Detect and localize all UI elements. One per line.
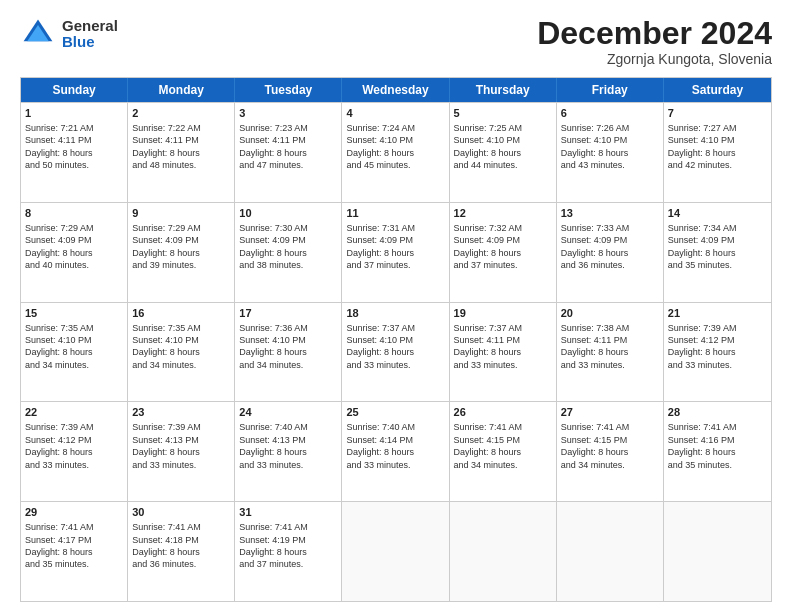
day-number: 5 — [454, 106, 552, 121]
cal-cell-empty — [557, 502, 664, 601]
cell-content: Sunrise: 7:41 AM Sunset: 4:15 PM Dayligh… — [454, 422, 523, 469]
cal-cell-5: 5Sunrise: 7:25 AM Sunset: 4:10 PM Daylig… — [450, 103, 557, 202]
cell-content: Sunrise: 7:41 AM Sunset: 4:19 PM Dayligh… — [239, 522, 308, 569]
day-number: 31 — [239, 505, 337, 520]
header-day-monday: Monday — [128, 78, 235, 102]
cell-content: Sunrise: 7:35 AM Sunset: 4:10 PM Dayligh… — [132, 323, 201, 370]
cell-content: Sunrise: 7:27 AM Sunset: 4:10 PM Dayligh… — [668, 123, 737, 170]
day-number: 8 — [25, 206, 123, 221]
day-number: 6 — [561, 106, 659, 121]
cell-content: Sunrise: 7:34 AM Sunset: 4:09 PM Dayligh… — [668, 223, 737, 270]
day-number: 14 — [668, 206, 767, 221]
cell-content: Sunrise: 7:31 AM Sunset: 4:09 PM Dayligh… — [346, 223, 415, 270]
header-day-thursday: Thursday — [450, 78, 557, 102]
cal-cell-25: 25Sunrise: 7:40 AM Sunset: 4:14 PM Dayli… — [342, 402, 449, 501]
cal-cell-empty — [450, 502, 557, 601]
cell-content: Sunrise: 7:37 AM Sunset: 4:10 PM Dayligh… — [346, 323, 415, 370]
day-number: 12 — [454, 206, 552, 221]
cell-content: Sunrise: 7:41 AM Sunset: 4:17 PM Dayligh… — [25, 522, 94, 569]
cell-content: Sunrise: 7:41 AM Sunset: 4:18 PM Dayligh… — [132, 522, 201, 569]
day-number: 21 — [668, 306, 767, 321]
cal-cell-23: 23Sunrise: 7:39 AM Sunset: 4:13 PM Dayli… — [128, 402, 235, 501]
cal-cell-11: 11Sunrise: 7:31 AM Sunset: 4:09 PM Dayli… — [342, 203, 449, 302]
day-number: 7 — [668, 106, 767, 121]
cal-cell-7: 7Sunrise: 7:27 AM Sunset: 4:10 PM Daylig… — [664, 103, 771, 202]
day-number: 13 — [561, 206, 659, 221]
day-number: 27 — [561, 405, 659, 420]
day-number: 28 — [668, 405, 767, 420]
header-day-tuesday: Tuesday — [235, 78, 342, 102]
calendar-header: SundayMondayTuesdayWednesdayThursdayFrid… — [21, 78, 771, 102]
header-day-friday: Friday — [557, 78, 664, 102]
header-day-wednesday: Wednesday — [342, 78, 449, 102]
logo: General Blue — [20, 16, 118, 52]
day-number: 22 — [25, 405, 123, 420]
day-number: 18 — [346, 306, 444, 321]
page: General Blue December 2024 Zgornja Kungo… — [0, 0, 792, 612]
calendar-row-4: 22Sunrise: 7:39 AM Sunset: 4:12 PM Dayli… — [21, 401, 771, 501]
cal-cell-24: 24Sunrise: 7:40 AM Sunset: 4:13 PM Dayli… — [235, 402, 342, 501]
cal-cell-30: 30Sunrise: 7:41 AM Sunset: 4:18 PM Dayli… — [128, 502, 235, 601]
cell-content: Sunrise: 7:29 AM Sunset: 4:09 PM Dayligh… — [132, 223, 201, 270]
cell-content: Sunrise: 7:39 AM Sunset: 4:13 PM Dayligh… — [132, 422, 201, 469]
cal-cell-3: 3Sunrise: 7:23 AM Sunset: 4:11 PM Daylig… — [235, 103, 342, 202]
cal-cell-1: 1Sunrise: 7:21 AM Sunset: 4:11 PM Daylig… — [21, 103, 128, 202]
logo-blue-label: Blue — [62, 34, 118, 51]
cal-cell-15: 15Sunrise: 7:35 AM Sunset: 4:10 PM Dayli… — [21, 303, 128, 402]
day-number: 3 — [239, 106, 337, 121]
calendar-row-5: 29Sunrise: 7:41 AM Sunset: 4:17 PM Dayli… — [21, 501, 771, 601]
day-number: 25 — [346, 405, 444, 420]
cell-content: Sunrise: 7:24 AM Sunset: 4:10 PM Dayligh… — [346, 123, 415, 170]
cell-content: Sunrise: 7:23 AM Sunset: 4:11 PM Dayligh… — [239, 123, 308, 170]
logo-text: General Blue — [62, 18, 118, 51]
day-number: 23 — [132, 405, 230, 420]
day-number: 19 — [454, 306, 552, 321]
day-number: 16 — [132, 306, 230, 321]
cell-content: Sunrise: 7:41 AM Sunset: 4:16 PM Dayligh… — [668, 422, 737, 469]
cal-cell-10: 10Sunrise: 7:30 AM Sunset: 4:09 PM Dayli… — [235, 203, 342, 302]
header-day-sunday: Sunday — [21, 78, 128, 102]
cal-cell-18: 18Sunrise: 7:37 AM Sunset: 4:10 PM Dayli… — [342, 303, 449, 402]
cal-cell-20: 20Sunrise: 7:38 AM Sunset: 4:11 PM Dayli… — [557, 303, 664, 402]
cell-content: Sunrise: 7:39 AM Sunset: 4:12 PM Dayligh… — [25, 422, 94, 469]
calendar-row-2: 8Sunrise: 7:29 AM Sunset: 4:09 PM Daylig… — [21, 202, 771, 302]
cell-content: Sunrise: 7:37 AM Sunset: 4:11 PM Dayligh… — [454, 323, 523, 370]
cell-content: Sunrise: 7:35 AM Sunset: 4:10 PM Dayligh… — [25, 323, 94, 370]
day-number: 24 — [239, 405, 337, 420]
cell-content: Sunrise: 7:26 AM Sunset: 4:10 PM Dayligh… — [561, 123, 630, 170]
cell-content: Sunrise: 7:36 AM Sunset: 4:10 PM Dayligh… — [239, 323, 308, 370]
day-number: 29 — [25, 505, 123, 520]
day-number: 20 — [561, 306, 659, 321]
cell-content: Sunrise: 7:22 AM Sunset: 4:11 PM Dayligh… — [132, 123, 201, 170]
cal-cell-21: 21Sunrise: 7:39 AM Sunset: 4:12 PM Dayli… — [664, 303, 771, 402]
calendar-row-1: 1Sunrise: 7:21 AM Sunset: 4:11 PM Daylig… — [21, 102, 771, 202]
cell-content: Sunrise: 7:41 AM Sunset: 4:15 PM Dayligh… — [561, 422, 630, 469]
cal-cell-13: 13Sunrise: 7:33 AM Sunset: 4:09 PM Dayli… — [557, 203, 664, 302]
cal-cell-empty — [342, 502, 449, 601]
logo-general-label: General — [62, 18, 118, 35]
cell-content: Sunrise: 7:30 AM Sunset: 4:09 PM Dayligh… — [239, 223, 308, 270]
logo-icon — [20, 16, 56, 52]
cal-cell-4: 4Sunrise: 7:24 AM Sunset: 4:10 PM Daylig… — [342, 103, 449, 202]
cal-cell-9: 9Sunrise: 7:29 AM Sunset: 4:09 PM Daylig… — [128, 203, 235, 302]
cell-content: Sunrise: 7:29 AM Sunset: 4:09 PM Dayligh… — [25, 223, 94, 270]
day-number: 9 — [132, 206, 230, 221]
header: General Blue December 2024 Zgornja Kungo… — [20, 16, 772, 67]
cell-content: Sunrise: 7:39 AM Sunset: 4:12 PM Dayligh… — [668, 323, 737, 370]
cal-cell-17: 17Sunrise: 7:36 AM Sunset: 4:10 PM Dayli… — [235, 303, 342, 402]
cal-cell-19: 19Sunrise: 7:37 AM Sunset: 4:11 PM Dayli… — [450, 303, 557, 402]
cal-cell-8: 8Sunrise: 7:29 AM Sunset: 4:09 PM Daylig… — [21, 203, 128, 302]
day-number: 4 — [346, 106, 444, 121]
cal-cell-31: 31Sunrise: 7:41 AM Sunset: 4:19 PM Dayli… — [235, 502, 342, 601]
cell-content: Sunrise: 7:25 AM Sunset: 4:10 PM Dayligh… — [454, 123, 523, 170]
cal-cell-28: 28Sunrise: 7:41 AM Sunset: 4:16 PM Dayli… — [664, 402, 771, 501]
day-number: 2 — [132, 106, 230, 121]
cell-content: Sunrise: 7:40 AM Sunset: 4:13 PM Dayligh… — [239, 422, 308, 469]
day-number: 26 — [454, 405, 552, 420]
cal-cell-14: 14Sunrise: 7:34 AM Sunset: 4:09 PM Dayli… — [664, 203, 771, 302]
day-number: 30 — [132, 505, 230, 520]
cal-cell-empty — [664, 502, 771, 601]
day-number: 17 — [239, 306, 337, 321]
header-day-saturday: Saturday — [664, 78, 771, 102]
calendar-body: 1Sunrise: 7:21 AM Sunset: 4:11 PM Daylig… — [21, 102, 771, 601]
